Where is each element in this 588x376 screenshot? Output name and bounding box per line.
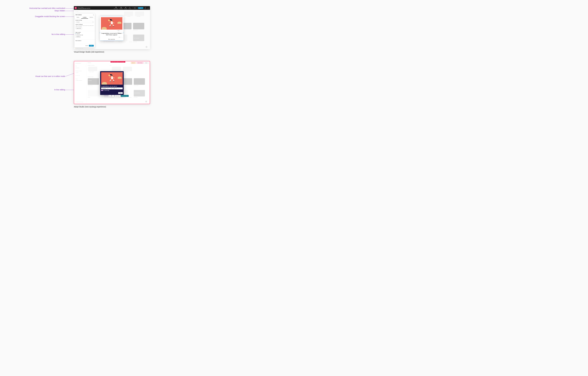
gear-icon: ⚙: [113, 95, 113, 96]
exit-button[interactable]: Exit: [132, 7, 137, 9]
list-icon[interactable]: ≣: [114, 88, 115, 89]
annotation-overlay-bar: Horizontal bar overlaid and often overlo…: [14, 7, 65, 9]
annotation-steps-hidden: Steps hidden: [14, 10, 65, 12]
svg-rect-4: [113, 25, 114, 26]
brand-logo: [75, 7, 77, 9]
page-location-label: Page Location: [75, 32, 94, 33]
grid-icon: ▦: [109, 95, 110, 96]
radio-icon: [75, 33, 76, 34]
guide-headline[interactable]: Congratulations, you are part of Tiffany…: [100, 32, 123, 36]
chevron-down-icon: ▾: [142, 7, 142, 9]
chip-page-display[interactable]: Page Display: [136, 62, 143, 64]
svg-point-14: [110, 81, 111, 82]
tab-location[interactable]: Location: [81, 16, 88, 19]
hero-illustration: © MUFIN TV: [101, 72, 123, 85]
chip-step[interactable]: Step 1a: [131, 62, 136, 64]
power-icon: ⏻: [120, 7, 122, 8]
guide-headline-editable[interactable]: Congratulations, you are part of: [101, 86, 123, 87]
radio-icon: [75, 34, 76, 35]
align-icon[interactable]: ≡: [118, 37, 119, 38]
settings-icon-button[interactable]: ⚙: [112, 95, 114, 97]
image-credit: © MUFIN TV: [119, 84, 122, 84]
edit-icon[interactable]: ✎: [117, 30, 118, 31]
bold-icon[interactable]: B: [107, 88, 109, 89]
arrow-up-icon[interactable]: ↑: [121, 37, 121, 38]
studio-topbar: Step 1a Page Display Export: [131, 62, 149, 64]
annotation-no-inline: No in-line editing: [14, 33, 65, 35]
link-icon[interactable]: 🔗: [112, 88, 114, 89]
chip-export[interactable]: Export: [144, 62, 149, 64]
more-icon[interactable]: ⋯: [117, 88, 119, 89]
svg-rect-11: [110, 81, 111, 81]
cancel-button[interactable]: Cancel: [85, 45, 88, 46]
svg-point-15: [113, 81, 114, 81]
clock-icon: ◷: [144, 7, 146, 8]
chevron-down-icon[interactable]: ▾: [90, 8, 91, 9]
radio-sitewide[interactable]: Sitewide: [75, 33, 94, 34]
grid-icon-button[interactable]: ▦: [109, 95, 111, 97]
anchor-label: Anchor To Element: [75, 24, 94, 25]
guide-body-editable[interactable]: Have a great day!: [101, 90, 123, 91]
guide-preview-modal[interactable]: ✕ ✎ 🗑 ← → Congratulations, you are part …: [100, 16, 123, 41]
chevron-down-icon: ▾: [106, 88, 106, 89]
chevron-down-icon: ▾: [93, 22, 93, 22]
tab-styling[interactable]: Styling: [74, 16, 81, 19]
align-icon[interactable]: ≡: [116, 88, 117, 89]
editor-mode-badge: Editor Mode: Lightbox Customization: [110, 61, 125, 63]
save-close-button[interactable]: 🖫Save & Close: [121, 95, 128, 97]
done-button[interactable]: Done: [89, 45, 94, 46]
edit-container-panel[interactable]: Edit Container⊡ Styling Location Behavio…: [74, 13, 95, 47]
radio-only-this-page[interactable]: Only on this page: [75, 34, 94, 35]
delete-button[interactable]: 🗑Delete: [115, 95, 120, 97]
preview-button[interactable]: ▷Preview: [128, 7, 132, 9]
arrow-right-icon[interactable]: →: [121, 30, 122, 31]
close-icon[interactable]: ✕: [122, 72, 123, 73]
more-icon: ⋮: [147, 7, 149, 8]
svg-point-13: [110, 81, 110, 82]
position-select[interactable]: Centered▾: [75, 21, 94, 23]
save-icon: 🖫: [122, 96, 123, 96]
rich-text-toolbar: Paragraph▾ B I U 🔗 ≣ ≡ ⋯: [101, 88, 123, 89]
trash-icon[interactable]: 🗑: [119, 37, 120, 38]
save-button[interactable]: Save▾: [138, 7, 143, 9]
skater-icon: [107, 73, 117, 83]
show-guide-label: Show Guide On: [75, 40, 94, 41]
paragraph-select[interactable]: Paragraph▾: [102, 88, 107, 89]
screenshot-new-experience: Editor Mode: Lightbox Customization Step…: [74, 61, 150, 104]
document-title[interactable]: Unnamed 6/26 @ 2:53 PM: [77, 8, 90, 9]
block-toolbar-lower: ≡ 🗑 ↑ ↓: [100, 36, 123, 38]
save-layout-button[interactable]: 🖫Save Layout: [113, 7, 119, 9]
target-html-button[interactable]: Target HTML: [75, 27, 82, 29]
svg-point-16: [114, 81, 114, 81]
svg-point-7: [113, 26, 113, 26]
alerts-button[interactable]: ◷Alerts: [144, 7, 146, 9]
block-toolbar: ✎ 🗑 ← →: [100, 30, 123, 32]
guide-subtext[interactable]: Have a great day.: [100, 38, 123, 41]
activation-button[interactable]: ⏻Activation: [119, 7, 123, 9]
panel-title: Edit Container⊡: [74, 13, 95, 16]
save-icon: 🖫: [115, 7, 117, 8]
close-icon[interactable]: ⊡: [93, 14, 94, 15]
svg-rect-2: [111, 22, 113, 24]
adopt-guide-modal[interactable]: ✕ © MUFIN TV Congratulations, you are pa…: [100, 71, 124, 95]
next-button[interactable]: Next: [118, 92, 123, 94]
caption-new: Adopt Studio (new wysiwyg experience): [74, 106, 106, 108]
underline-icon[interactable]: U: [111, 88, 112, 89]
arrow-down-icon[interactable]: ↓: [122, 37, 123, 38]
bg-sidebar: Cecilia Serale ▾ 🔍 ◷ Recents ⊞ External …: [74, 61, 86, 104]
svg-point-8: [114, 26, 114, 26]
italic-icon[interactable]: I: [109, 88, 110, 89]
trash-icon: 🗑: [116, 96, 117, 96]
svg-rect-10: [111, 77, 113, 79]
tab-behavior[interactable]: Behavior: [88, 16, 95, 19]
navigate-button[interactable]: ⇄Navigate: [123, 7, 128, 9]
svg-rect-3: [109, 26, 111, 26]
annotation-modal-blocking: Draggable modal blocking the screen: [14, 15, 65, 17]
navigate-icon: ⇄: [125, 7, 126, 8]
anno-line: [65, 8, 74, 9]
tag-page-button[interactable]: Tag Page: [75, 36, 81, 38]
arrow-left-icon[interactable]: ←: [120, 30, 121, 31]
breadcrumb: Drafts / ☐ Figma Unnamed 6/26 @ 2:53 PM▾: [77, 7, 91, 9]
more-button[interactable]: ⋮More: [147, 7, 149, 9]
trash-icon[interactable]: 🗑: [118, 30, 119, 31]
